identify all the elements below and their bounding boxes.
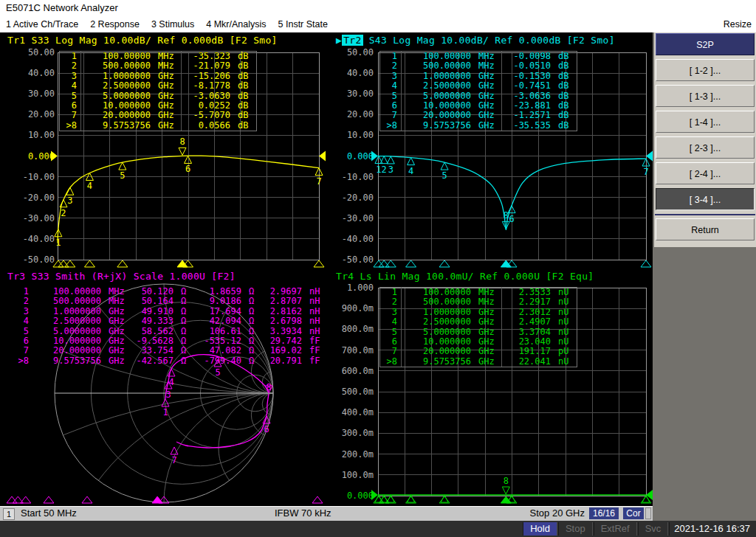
- marker-cell: 10.000000: [32, 336, 105, 346]
- marker-cell: -0.0510: [501, 61, 554, 71]
- marker-row: 2500.00000MHz-0.0510dB: [380, 61, 577, 71]
- svg-text:7: 7: [316, 176, 321, 187]
- marker-cell: dB: [554, 81, 577, 91]
- marker-cell: dB: [554, 72, 577, 81]
- y-label: 500.0m: [331, 387, 374, 397]
- softkey-s2p[interactable]: S2P: [656, 33, 755, 55]
- marker-cell: 100.00000: [80, 52, 154, 61]
- marker-cell: 2.4907: [501, 317, 554, 327]
- svg-text:3: 3: [165, 389, 171, 400]
- marker-cell: GHz: [154, 121, 181, 131]
- marker-cell: >8: [380, 121, 401, 131]
- svg-text:1: 1: [162, 407, 168, 418]
- marker-cell: GHz: [105, 336, 128, 346]
- marker-cell: Ω: [177, 287, 192, 297]
- svg-text:6: 6: [185, 164, 190, 174]
- marker-row: 2500.00000MHz-21.079dB: [60, 61, 256, 71]
- marker-cell: MHz: [154, 52, 181, 61]
- marker-row: 720.000000GHz191.17pU: [380, 347, 577, 356]
- tr2-label[interactable]: Tr2: [342, 35, 362, 46]
- marker-row: 720.000000GHz33.754Ω47.082Ω169.02fF: [13, 346, 323, 356]
- marker-cell: nU: [554, 297, 577, 307]
- marker-cell: 100.00000: [401, 288, 475, 297]
- marker-row: 1100.00000MHz2.3533nU: [380, 288, 577, 297]
- marker-cell: 20.000000: [32, 346, 105, 356]
- y-label: 700.0m: [331, 345, 374, 356]
- status-hold: Hold: [523, 522, 557, 536]
- marker-cell: dB: [554, 111, 577, 120]
- marker-cell: GHz: [105, 356, 128, 366]
- marker-cell: -8.1778: [181, 81, 234, 91]
- marker-cell: 50.120: [128, 287, 177, 297]
- marker-cell: 5: [380, 91, 401, 101]
- marker-cell: MHz: [475, 297, 501, 307]
- marker-cell: GHz: [105, 327, 128, 336]
- marker-cell: nU: [554, 317, 577, 327]
- sweep-points-badge: 16/16: [589, 507, 619, 519]
- y-label: 40.00: [12, 68, 55, 78]
- softkey-1-3[interactable]: [ 1-3 ]...: [656, 85, 755, 107]
- marker-cell: GHz: [475, 91, 501, 101]
- status-stop: Stop: [558, 522, 593, 536]
- marker-cell: 20.000000: [80, 111, 154, 120]
- marker-cell: Ω: [245, 297, 260, 306]
- marker-cell: Ω: [177, 346, 192, 356]
- y-label: -10.00: [12, 172, 55, 182]
- y-label: 0.000: [331, 151, 374, 162]
- y-label: 0.000: [331, 491, 374, 501]
- marker-cell: 3.3934: [260, 327, 306, 336]
- marker-cell: dB: [554, 91, 577, 101]
- marker-cell: 33.754: [128, 346, 177, 356]
- softkey-1-2[interactable]: [ 1-2 ]...: [656, 59, 755, 81]
- marker-cell: 7: [380, 347, 401, 356]
- marker-cell: Ω: [177, 316, 192, 326]
- marker-cell: 5.0000000: [401, 91, 475, 101]
- softkey-2-3[interactable]: [ 2-3 ]...: [656, 136, 755, 159]
- marker-cell: 5: [13, 327, 32, 336]
- marker-cell: GHz: [475, 121, 501, 131]
- marker-row: 610.000000GHz-9.5628Ω-535.12Ω29.742fF: [13, 336, 323, 346]
- tr3-marker-table: 1100.00000MHz50.120Ω1.8659Ω2.9697nH2500.…: [13, 287, 323, 366]
- marker-cell: Ω: [245, 356, 260, 366]
- marker-row: 55.0000000GHz-3.0636dB: [380, 91, 577, 101]
- marker-cell: nH: [306, 297, 323, 306]
- marker-cell: 3: [380, 72, 401, 81]
- marker-cell: 7: [60, 111, 80, 120]
- softkey-3-4[interactable]: [ 3-4 ]...: [656, 188, 755, 210]
- marker-cell: 10.000000: [80, 101, 154, 111]
- marker-cell: 42.094: [192, 316, 245, 326]
- softkey-1-4[interactable]: [ 1-4 ]...: [656, 111, 755, 133]
- tr1-header: Tr1 S33 Log Mag 10.00dB/ Ref 0.000dB [F2…: [7, 35, 278, 46]
- marker-cell: 5.0000000: [401, 328, 475, 337]
- marker-cell: 9.5753756: [401, 121, 475, 131]
- marker-cell: -21.079: [181, 61, 234, 71]
- marker-cell: 1.0000000: [80, 72, 154, 81]
- marker-cell: dB: [554, 101, 577, 111]
- marker-cell: 4: [13, 316, 32, 326]
- marker-cell: fF: [306, 356, 323, 366]
- y-label: 20.00: [12, 109, 55, 119]
- marker-row: 31.0000000GHz49.910Ω17.694Ω2.8162nH: [13, 307, 323, 316]
- marker-row: 720.000000GHz-1.2571dB: [380, 111, 577, 120]
- marker-cell: -799.40: [192, 356, 245, 366]
- marker-cell: 3: [380, 308, 401, 317]
- marker-cell: MHz: [475, 52, 501, 61]
- y-label: 30.00: [331, 89, 374, 99]
- svg-text:4: 4: [168, 377, 173, 387]
- correction-badge: Cor: [623, 507, 644, 519]
- marker-row: 610.000000GHz0.0252dB: [60, 101, 256, 111]
- y-label: 200.0m: [331, 449, 374, 460]
- marker-cell: 2.5000000: [32, 316, 105, 326]
- softkey-2-4[interactable]: [ 2-4 ]...: [656, 162, 755, 184]
- marker-row: 720.000000GHz-5.7070dB: [60, 111, 256, 120]
- marker-cell: dB: [554, 121, 577, 131]
- status-svc: Svc: [638, 522, 669, 536]
- softkey-return[interactable]: Return: [656, 218, 755, 240]
- y-label: 20.00: [331, 109, 374, 119]
- channel-bar-end-box: [645, 507, 651, 519]
- marker-cell: 500.00000: [80, 61, 154, 71]
- marker-cell: Ω: [177, 327, 192, 336]
- marker-cell: 2.3012: [501, 308, 554, 317]
- tr2-marker-table: 1100.00000MHz-0.0098dB2500.00000MHz-0.05…: [379, 51, 577, 131]
- svg-text:8: 8: [266, 382, 271, 392]
